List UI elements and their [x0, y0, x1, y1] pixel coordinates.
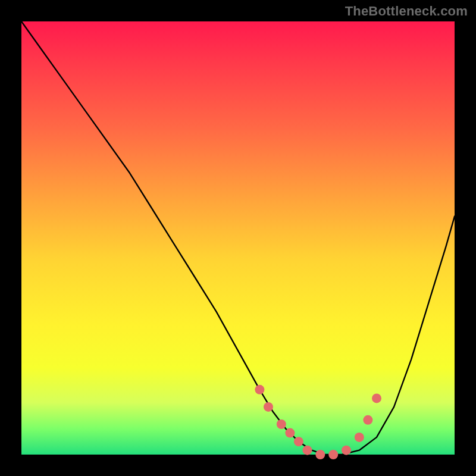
- highlight-point: [363, 415, 372, 425]
- highlight-point: [285, 428, 295, 438]
- highlight-point: [342, 446, 351, 455]
- highlight-point: [303, 446, 312, 455]
- highlight-point: [294, 437, 303, 446]
- highlight-point: [355, 433, 364, 442]
- highlight-point: [255, 385, 264, 394]
- highlight-point: [372, 393, 381, 403]
- highlight-point: [264, 402, 273, 412]
- highlight-point: [277, 419, 286, 429]
- chart-plot-area: [21, 21, 455, 455]
- bottleneck-curve-line: [21, 21, 455, 455]
- watermark-text: TheBottleneck.com: [345, 4, 468, 19]
- chart-svg: [21, 21, 455, 455]
- highlight-point: [328, 450, 338, 459]
- chart-frame: TheBottleneck.com: [0, 0, 476, 476]
- highlight-point: [315, 450, 325, 459]
